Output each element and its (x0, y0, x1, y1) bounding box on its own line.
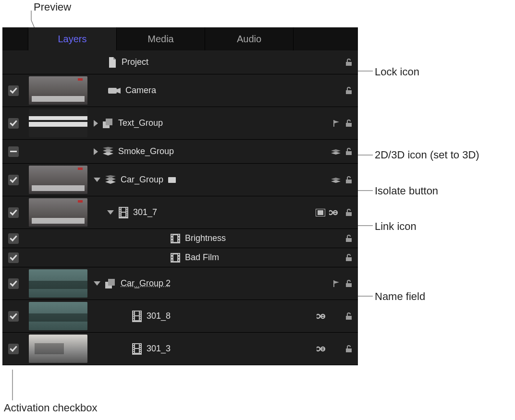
disclosure-triangle-icon[interactable] (107, 210, 114, 215)
lock-icon[interactable] (344, 119, 353, 128)
lock-icon[interactable] (344, 345, 353, 353)
brightness-label: Brightness (185, 233, 226, 243)
lock-icon[interactable] (344, 86, 353, 95)
r301-7-body: 301_7 (94, 196, 300, 228)
r301-3-label: 301_3 (147, 344, 171, 354)
svg-rect-15 (122, 213, 125, 216)
svg-rect-59 (140, 352, 141, 353)
activation-checkbox[interactable] (8, 85, 19, 96)
lock-icon[interactable] (344, 176, 353, 184)
car-group-body: Car_Group (94, 164, 300, 196)
disclosure-triangle-icon[interactable] (94, 148, 98, 155)
layers-panel: Layers Media Audio Project Camera (2, 27, 358, 365)
activation-checkbox[interactable] (8, 252, 19, 263)
link-icon[interactable] (317, 346, 328, 352)
preview-thumbnail (29, 269, 87, 298)
svg-rect-6 (120, 212, 121, 213)
callout-3d: 2D/3D icon (set to 3D) (375, 149, 479, 161)
svg-rect-37 (133, 312, 134, 312)
svg-rect-17 (318, 210, 323, 215)
link-icon[interactable] (317, 313, 328, 320)
filter-filmstrip-icon (171, 253, 180, 263)
activation-checkbox[interactable] (8, 175, 19, 185)
svg-rect-44 (140, 315, 141, 316)
name-field[interactable]: Car_Group 2 (121, 278, 171, 288)
group-2d-icon (105, 279, 116, 288)
smoke-group-body: Smoke_Group (94, 140, 300, 163)
callout-name-field: Name field (375, 290, 425, 303)
lock-icon[interactable] (344, 147, 353, 156)
lock-icon[interactable] (344, 234, 353, 243)
lock-icon[interactable] (344, 312, 353, 321)
project-body: Project (108, 50, 300, 74)
svg-rect-45 (140, 317, 141, 318)
r301-3-body: 301_3 (119, 333, 300, 365)
preview-thumbnail (29, 109, 87, 137)
svg-rect-2 (106, 119, 112, 125)
row-car-group[interactable]: Car_Group (2, 164, 358, 196)
callout-link: Link icon (375, 220, 417, 233)
text-group-body: Text_Group (94, 107, 300, 139)
svg-rect-38 (133, 313, 134, 314)
svg-rect-0 (108, 88, 117, 94)
svg-rect-41 (133, 319, 134, 320)
disclosure-triangle-icon[interactable] (94, 120, 98, 127)
toggle-2d3d-icon[interactable] (331, 147, 341, 156)
camera-icon (108, 87, 121, 95)
tab-media[interactable]: Media (117, 27, 205, 50)
svg-rect-56 (140, 346, 141, 347)
row-car-group-2[interactable]: Car_Group 2 (2, 267, 358, 300)
tab-after-spacer (294, 27, 358, 50)
svg-rect-42 (140, 312, 141, 312)
activation-checkbox[interactable] (8, 278, 19, 289)
mask-indicator-icon[interactable] (316, 209, 325, 216)
row-brightness[interactable]: Brightness (2, 229, 358, 248)
row-text-group[interactable]: Text_Group (2, 107, 358, 140)
svg-rect-39 (133, 315, 134, 316)
disclosure-triangle-icon[interactable] (94, 281, 100, 286)
activation-checkbox[interactable] (8, 233, 19, 244)
preview-thumbnail (29, 198, 87, 227)
tab-layers[interactable]: Layers (28, 27, 117, 50)
row-301-3[interactable]: 301_3 (2, 333, 358, 365)
row-301-7[interactable]: 301_7 (2, 196, 358, 229)
activation-checkbox[interactable] (8, 146, 19, 157)
callout-preview: Preview (34, 1, 71, 13)
isolate-flag-icon[interactable] (332, 119, 341, 128)
preview-thumbnail (29, 302, 87, 330)
svg-rect-4 (120, 208, 121, 209)
row-bad-film[interactable]: Bad Film (2, 248, 358, 267)
isolate-flag-icon[interactable] (332, 279, 341, 288)
group-3d-icon (103, 147, 113, 156)
callout-isolate: Isolate button (375, 185, 438, 197)
svg-rect-20 (172, 238, 172, 239)
callout-activation: Activation checkbox (4, 402, 97, 414)
lock-icon[interactable] (344, 253, 353, 262)
text-group-label: Text_Group (118, 118, 163, 128)
activation-checkbox[interactable] (8, 118, 19, 129)
row-project[interactable]: Project (2, 50, 358, 74)
r301-8-body: 301_8 (119, 300, 300, 332)
svg-rect-60 (135, 344, 139, 348)
toggle-2d3d-icon[interactable] (331, 176, 341, 184)
disclosure-triangle-icon[interactable] (94, 178, 100, 182)
car-group-label: Car_Group (121, 175, 163, 185)
activation-checkbox[interactable] (8, 344, 19, 354)
tab-spacer (2, 27, 28, 50)
isolate-button[interactable] (168, 177, 176, 183)
activation-checkbox[interactable] (8, 207, 19, 218)
row-camera[interactable]: Camera (2, 74, 358, 107)
svg-rect-12 (126, 214, 127, 215)
tab-audio[interactable]: Audio (205, 27, 294, 50)
lock-icon[interactable] (344, 279, 353, 288)
lock-icon[interactable] (344, 208, 353, 217)
camera-body: Camera (108, 74, 300, 107)
row-301-8[interactable]: 301_8 (2, 300, 358, 333)
lock-icon[interactable] (344, 58, 353, 67)
row-smoke-group[interactable]: Smoke_Group (2, 140, 358, 164)
svg-rect-28 (172, 257, 172, 258)
link-icon[interactable] (329, 209, 341, 216)
document-icon (108, 57, 117, 68)
svg-rect-30 (178, 254, 179, 255)
activation-checkbox[interactable] (8, 311, 19, 322)
